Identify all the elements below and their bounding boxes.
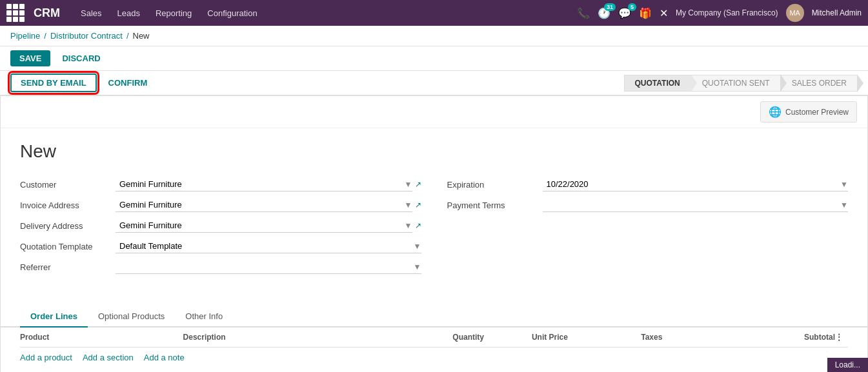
tabs-bar: Order Lines Optional Products Other Info [1,306,867,328]
discard-button[interactable]: DISCARD [56,50,106,66]
topnav-right: 📞 🕐 31 💬 5 🎁 ✕ My Company (San Francisco… [577,4,862,22]
invoice-address-link[interactable]: ↗ [415,201,421,210]
quotation-template-label: Quotation Template [20,242,110,251]
activity-icon[interactable]: 🕐 31 [598,7,611,19]
table-header: Product Description Quantity Unit Price … [20,328,848,348]
gift-icon[interactable]: 🎁 [639,7,652,19]
add-note-link[interactable]: Add a note [144,353,185,362]
status-quotation[interactable]: QUOTATION [624,75,691,92]
customer-field-row: Customer ▼ ↗ [20,177,421,191]
phone-icon[interactable]: 📞 [577,7,590,19]
delivery-address-row: Delivery Address ▼ ↗ [20,219,421,233]
referrer-label: Referrer [20,262,110,272]
expiration-wrap: ▼ [543,177,849,191]
main-content: 🌐 Customer Preview New Customer ▼ ↗ [0,95,868,372]
payment-terms-label: Payment Terms [447,201,538,210]
form-fields: Customer ▼ ↗ Invoice Address ▼ [20,177,848,280]
customer-preview-label: Customer Preview [785,108,849,117]
quotation-template-row: Quotation Template ▼ [20,239,421,253]
app-brand: CRM [34,6,60,20]
expiration-input[interactable] [543,177,849,191]
form-container: 🌐 Customer Preview New Customer ▼ ↗ [0,95,868,372]
breadcrumb-sep2: / [126,31,129,41]
payment-terms-row: Payment Terms ▼ [447,198,849,212]
table-container: Product Description Quantity Unit Price … [1,328,867,372]
col-quantity-header: Quantity [428,333,509,342]
delivery-address-input[interactable] [116,219,412,233]
add-section-link[interactable]: Add a section [83,353,134,362]
menu-sales[interactable]: Sales [73,0,110,26]
send-by-email-button[interactable]: SEND BY EMAIL [10,73,97,92]
form-right-col: Expiration ▼ Payment Terms ▼ [447,177,849,280]
invoice-address-wrap: ▼ ↗ [116,198,421,212]
invoice-address-row: Invoice Address ▼ ↗ [20,198,421,212]
message-badge: 5 [628,3,636,11]
referrer-input[interactable] [116,260,421,274]
breadcrumb-distributor-contract[interactable]: Distributor Contract [50,31,123,41]
quotation-template-wrap: ▼ [116,239,421,253]
form-topbar: 🌐 Customer Preview [1,96,867,128]
add-product-link[interactable]: Add a product [20,353,72,362]
form-left-col: Customer ▼ ↗ Invoice Address ▼ [20,177,421,280]
secondary-bar: SEND BY EMAIL CONFIRM QUOTATION QUOTATIO… [0,71,868,95]
status-quotation-sent[interactable]: QUOTATION SENT [691,75,781,92]
referrer-wrap: ▼ [116,260,421,274]
close-icon[interactable]: ✕ [660,7,668,19]
tab-other-info[interactable]: Other Info [175,306,233,328]
breadcrumb-current: New [133,31,150,41]
message-icon[interactable]: 💬 5 [618,7,631,19]
form-title: New [20,141,848,162]
table-actions: Add a product Add a section Add a note [20,348,848,372]
confirm-button[interactable]: CONFIRM [102,75,154,91]
payment-terms-wrap: ▼ [543,198,849,212]
form-body: New Customer ▼ ↗ Invoice [1,128,867,293]
customer-external-link[interactable]: ↗ [415,180,421,189]
breadcrumb: Pipeline / Distributor Contract / New [0,26,868,46]
menu-configuration[interactable]: Configuration [199,0,265,26]
breadcrumb-sep1: / [44,31,46,41]
globe-icon: 🌐 [769,106,782,118]
col-unit-price-header: Unit Price [509,333,590,342]
referrer-row: Referrer ▼ [20,260,421,274]
user-name: Mitchell Admin [812,8,862,17]
delivery-address-link[interactable]: ↗ [415,221,421,230]
expiration-row: Expiration ▼ [447,177,849,191]
company-name: My Company (San Francisco) [676,8,778,17]
status-bar: QUOTATION QUOTATION SENT SALES ORDER [624,75,858,92]
col-taxes-header: Taxes [590,333,712,342]
menu-leads[interactable]: Leads [110,0,148,26]
col-subtotal-header: Subtotal [713,333,835,342]
customer-preview-button[interactable]: 🌐 Customer Preview [760,101,857,122]
customer-label: Customer [20,180,110,190]
tab-optional-products[interactable]: Optional Products [88,306,175,328]
status-sales-order[interactable]: SALES ORDER [781,75,858,92]
breadcrumb-pipeline[interactable]: Pipeline [10,31,40,41]
customer-input[interactable] [116,177,412,191]
invoice-address-label: Invoice Address [20,201,110,210]
col-product-header: Product [20,333,183,342]
expiration-label: Expiration [447,180,538,190]
menu-reporting[interactable]: Reporting [148,0,199,26]
action-bar: SAVE DISCARD [0,46,868,71]
activity-badge: 31 [604,3,616,11]
topnav: CRM Sales Leads Reporting Configuration … [0,0,868,26]
tab-order-lines[interactable]: Order Lines [20,306,88,328]
invoice-address-input[interactable] [116,198,412,212]
delivery-address-label: Delivery Address [20,221,110,231]
app-grid-icon[interactable] [6,4,25,22]
loading-bar: Loadi... [827,358,868,372]
quotation-template-input[interactable] [116,239,421,253]
payment-terms-input[interactable] [543,198,849,212]
customer-input-wrap: ▼ ↗ [116,177,421,191]
avatar[interactable]: MA [786,4,804,22]
col-description-header: Description [183,333,428,342]
delivery-address-wrap: ▼ ↗ [116,219,421,233]
save-button[interactable]: SAVE [10,50,50,66]
main-menu: Sales Leads Reporting Configuration [73,0,265,26]
col-menu-icon[interactable]: ⋮ [835,333,848,342]
